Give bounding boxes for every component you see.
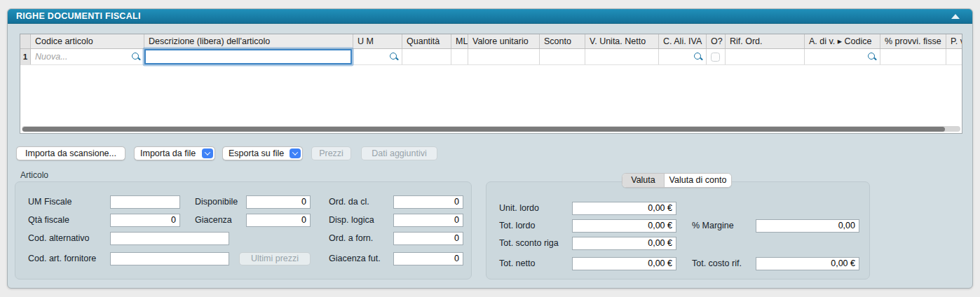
col-header-rif-ord: Rif. Ord. [726, 34, 805, 48]
tot-lordo-label: Tot. lordo [499, 219, 535, 233]
articolo-group-title: Articolo [20, 170, 48, 180]
cell-omaggio[interactable] [707, 49, 726, 64]
cell-p[interactable] [946, 49, 962, 64]
unit-lordo-field[interactable]: 0,00 € [572, 202, 676, 215]
col-header-a-di-v-codice: A. di v. ▸ Codice [805, 34, 880, 48]
tot-netto-field[interactable]: 0,00 € [572, 257, 676, 270]
tot-costo-rif-field[interactable]: 0,00 € [756, 257, 859, 270]
cod-art-fornitore-label: Cod. art. fornitore [28, 252, 96, 265]
descrizione-input-focused[interactable] [144, 49, 352, 64]
row-number: 1 [20, 53, 30, 61]
row-number-cell: 1 [20, 49, 31, 64]
giacenza-fut-field[interactable]: 0 [393, 252, 463, 265]
cell-provvi-fisse[interactable] [880, 49, 946, 64]
col-header-codice-articolo: Codice articolo [31, 34, 144, 48]
importa-da-file-label: Importa da file [140, 148, 196, 158]
cell-sconto[interactable] [540, 49, 585, 64]
ord-da-cl-label: Ord. da cl. [329, 195, 369, 209]
collapse-panel-button[interactable] [948, 9, 962, 24]
document-rows-grid: Codice articolo Descrizione (libera) del… [20, 34, 962, 134]
giacenza-label: Giacenza [195, 214, 232, 227]
articolo-group: UM Fiscale Disponibile 0 Ord. da cl. 0 Q… [15, 181, 472, 279]
tot-lordo-field[interactable]: 0,00 € [572, 219, 676, 233]
chevron-down-icon [290, 148, 301, 158]
cell-c-ali-iva[interactable] [659, 49, 707, 64]
cell-valore-unitario[interactable] [468, 49, 540, 64]
cell-v-unita-netto[interactable] [585, 49, 659, 64]
qta-fiscale-label: Qtà fiscale [28, 214, 69, 227]
ord-da-cl-field[interactable]: 0 [393, 195, 463, 209]
dati-aggiuntivi-button[interactable]: Dati aggiuntivi [361, 146, 437, 160]
valuta-group: Valuta Valuta di conto Unit. lordo 0,00 … [486, 181, 870, 279]
col-header-sconto: Sconto [540, 34, 585, 48]
esporta-su-file-label: Esporta su file [229, 148, 284, 158]
col-header-v-unita-netto: V. Unita. Netto [585, 34, 659, 48]
disp-logica-field[interactable]: 0 [393, 214, 463, 227]
grid-header-row: Codice articolo Descrizione (libera) del… [20, 34, 962, 49]
search-icon[interactable] [389, 52, 399, 62]
codice-articolo-placeholder: Nuova... [31, 52, 144, 62]
panel-titlebar: RIGHE DOCUMENTI FISCALI [8, 9, 972, 24]
panel-title: RIGHE DOCUMENTI FISCALI [8, 11, 141, 21]
col-header-omaggio: O? [707, 34, 726, 48]
margine-field[interactable]: 0,00 [756, 219, 859, 233]
table-row: 1 Nuova... [20, 49, 962, 65]
disponibile-label: Disponibile [195, 195, 238, 209]
prezzi-button[interactable]: Prezzi [311, 146, 351, 160]
unit-lordo-label: Unit. lordo [499, 202, 539, 215]
um-fiscale-field[interactable] [110, 195, 180, 209]
valuta-tabs: Valuta Valuta di conto [622, 173, 732, 188]
um-fiscale-label: UM Fiscale [28, 195, 72, 209]
ultimi-prezzi-button[interactable]: Ultimi prezzi [239, 252, 311, 265]
importa-da-scansione-button[interactable]: Importa da scansione... [16, 146, 125, 160]
cell-descrizione[interactable] [144, 49, 353, 64]
tab-valuta[interactable]: Valuta [622, 174, 665, 187]
tot-sconto-riga-field[interactable]: 0,00 € [572, 237, 676, 250]
importa-da-file-dropdown[interactable]: Importa da file [134, 146, 215, 160]
cell-quantita[interactable] [402, 49, 451, 64]
omaggio-checkbox[interactable] [711, 53, 720, 62]
righe-documenti-fiscali-panel: RIGHE DOCUMENTI FISCALI Codice articolo … [7, 8, 973, 289]
disponibile-field[interactable]: 0 [246, 195, 311, 209]
cod-alternativo-field[interactable] [110, 232, 229, 245]
margine-label: % Margine [692, 219, 734, 233]
chevron-up-icon [951, 14, 960, 19]
ord-a-forn-field[interactable]: 0 [393, 232, 463, 245]
tab-valuta-di-conto[interactable]: Valuta di conto [665, 174, 731, 187]
col-header-valore-unitario: Valore unitario [468, 34, 540, 48]
tot-sconto-riga-label: Tot. sconto riga [499, 237, 559, 250]
col-header-quantita: Quantità [402, 34, 451, 48]
cell-a-di-v-codice[interactable] [805, 49, 880, 64]
col-header-gutter [20, 34, 31, 48]
col-header-descrizione: Descrizione (libera) dell'articolo [144, 34, 353, 48]
chevron-down-icon [202, 148, 213, 158]
cod-art-fornitore-field[interactable] [110, 252, 229, 265]
col-header-ml: ML [451, 34, 468, 48]
ord-a-forn-label: Ord. a forn. [329, 232, 373, 245]
search-icon[interactable] [867, 52, 877, 62]
esporta-su-file-dropdown[interactable]: Esporta su file [222, 146, 303, 160]
cell-codice-articolo[interactable]: Nuova... [31, 49, 144, 64]
col-header-um: U M [353, 34, 402, 48]
qta-fiscale-field[interactable]: 0 [110, 214, 180, 227]
giacenza-field[interactable]: 0 [246, 214, 311, 227]
disp-logica-label: Disp. logica [329, 214, 374, 227]
col-header-p: P. v [946, 34, 962, 48]
search-icon[interactable] [693, 52, 703, 62]
cod-alternativo-label: Cod. alternativo [28, 232, 90, 245]
cell-ml[interactable] [451, 49, 468, 64]
tot-netto-label: Tot. netto [499, 257, 535, 270]
tot-costo-rif-label: Tot. costo rif. [692, 257, 742, 270]
col-header-provvi-fisse: % provvi. fisse [880, 34, 946, 48]
cell-um[interactable] [353, 49, 402, 64]
col-header-c-ali-iva: C. Ali. IVA [659, 34, 707, 48]
giacenza-fut-label: Giacenza fut. [329, 252, 381, 265]
horizontal-scrollbar[interactable] [22, 126, 960, 132]
search-icon[interactable] [131, 52, 141, 62]
horizontal-scrollbar-thumb[interactable] [22, 127, 945, 132]
cell-rif-ord[interactable] [726, 49, 805, 64]
